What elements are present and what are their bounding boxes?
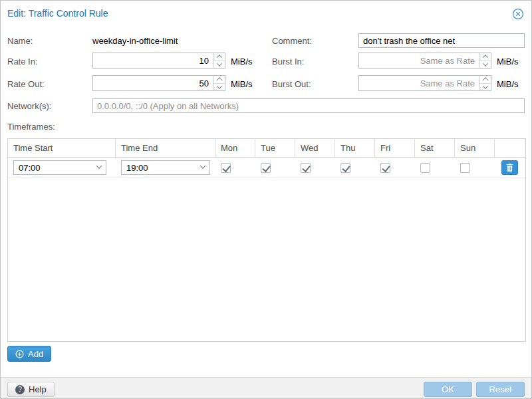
rate-in-unit: MiB/s xyxy=(231,57,253,66)
column-header-sun[interactable]: Sun xyxy=(455,139,495,157)
table-row: 07:00 19:00 xyxy=(8,158,525,178)
time-end-select[interactable]: 19:00 xyxy=(121,160,210,175)
reset-button-label: Reset xyxy=(489,384,512,394)
chevron-down-icon xyxy=(96,163,102,168)
wed-checkbox[interactable] xyxy=(301,163,311,173)
dialog-titlebar: Edit: Traffic Control Rule xyxy=(1,1,531,26)
thu-checkbox[interactable] xyxy=(340,163,350,173)
sat-cell xyxy=(415,158,455,178)
plus-circle-icon xyxy=(15,350,24,358)
comment-label: Comment: xyxy=(272,36,312,46)
close-icon[interactable] xyxy=(512,8,524,20)
actions-cell xyxy=(495,158,525,178)
rate-out-unit: MiB/s xyxy=(231,79,253,89)
rate-out-spinner xyxy=(213,76,225,90)
add-button-label: Add xyxy=(28,349,43,359)
trash-icon xyxy=(506,164,513,172)
table-header-row: Time Start Time End Mon Tue Wed Thu Fri … xyxy=(8,139,525,158)
burst-out-unit: MiB/s xyxy=(497,79,519,89)
help-button[interactable]: ? Help xyxy=(7,382,55,397)
column-header-wed[interactable]: Wed xyxy=(295,139,335,157)
thu-cell xyxy=(335,158,375,178)
burst-in-label: Burst In: xyxy=(272,57,304,66)
reset-button[interactable]: Reset xyxy=(476,382,525,397)
time-start-value: 07:00 xyxy=(19,163,41,173)
ok-button-label: OK xyxy=(442,384,454,394)
burst-out-placeholder: Same as Rate xyxy=(359,76,479,90)
ok-button[interactable]: OK xyxy=(424,382,472,397)
column-header-time-start[interactable]: Time Start xyxy=(8,139,116,157)
rate-out-input[interactable]: 50 xyxy=(92,75,225,91)
burst-in-spinner xyxy=(479,53,491,68)
tue-cell xyxy=(255,158,295,178)
dialog-title: Edit: Traffic Control Rule xyxy=(7,8,108,19)
column-header-actions xyxy=(495,139,525,157)
column-header-time-end[interactable]: Time End xyxy=(116,139,215,157)
edit-traffic-control-rule-dialog: Edit: Traffic Control Rule Name: weekday… xyxy=(0,0,532,399)
help-button-label: Help xyxy=(29,384,47,394)
delete-row-button[interactable] xyxy=(501,160,518,175)
question-mark-icon: ? xyxy=(15,385,25,394)
burst-out-label: Burst Out: xyxy=(272,79,311,89)
spin-up-icon[interactable] xyxy=(479,53,491,61)
burst-in-input[interactable]: Same as Rate xyxy=(358,53,491,68)
sat-checkbox[interactable] xyxy=(420,163,430,173)
column-header-thu[interactable]: Thu xyxy=(335,139,375,157)
tue-checkbox[interactable] xyxy=(261,163,271,173)
dialog-footer: ? Help OK Reset xyxy=(1,377,531,399)
burst-in-placeholder: Same as Rate xyxy=(359,53,479,68)
name-label: Name: xyxy=(7,36,33,46)
chevron-down-icon xyxy=(200,163,205,168)
burst-in-unit: MiB/s xyxy=(497,57,519,66)
spin-down-icon[interactable] xyxy=(213,84,225,91)
mon-checkbox[interactable] xyxy=(221,163,231,173)
sun-cell xyxy=(455,158,495,178)
networks-placeholder: 0.0.0.0/0, ::/0 (Apply on all Networks) xyxy=(97,101,239,111)
wed-cell xyxy=(295,158,335,178)
fri-cell xyxy=(375,158,415,178)
rate-in-input[interactable]: 10 xyxy=(92,53,225,68)
timeframes-table: Time Start Time End Mon Tue Wed Thu Fri … xyxy=(7,138,526,342)
spin-up-icon[interactable] xyxy=(213,53,225,61)
comment-input-value: don't trash the office net xyxy=(363,36,455,46)
rate-in-value: 10 xyxy=(93,53,213,68)
spin-down-icon[interactable] xyxy=(479,84,491,91)
networks-label: Network(s): xyxy=(7,101,51,111)
rate-out-label: Rate Out: xyxy=(7,79,45,89)
spin-down-icon[interactable] xyxy=(479,61,491,68)
time-end-cell: 19:00 xyxy=(116,158,215,178)
column-header-fri[interactable]: Fri xyxy=(375,139,415,157)
spin-up-icon[interactable] xyxy=(479,76,491,84)
add-button[interactable]: Add xyxy=(7,346,51,362)
time-start-cell: 07:00 xyxy=(8,158,116,178)
time-start-select[interactable]: 07:00 xyxy=(13,160,106,175)
sun-checkbox[interactable] xyxy=(460,163,470,173)
spin-up-icon[interactable] xyxy=(213,76,225,84)
column-header-sat[interactable]: Sat xyxy=(415,139,455,157)
burst-out-input[interactable]: Same as Rate xyxy=(358,75,491,91)
column-header-tue[interactable]: Tue xyxy=(255,139,295,157)
rate-in-label: Rate In: xyxy=(7,57,38,66)
timeframes-label: Timeframes: xyxy=(7,122,55,132)
fri-checkbox[interactable] xyxy=(380,163,390,173)
rate-in-spinner xyxy=(213,53,225,68)
mon-cell xyxy=(215,158,255,178)
time-end-value: 19:00 xyxy=(126,163,148,173)
rate-out-value: 50 xyxy=(93,76,213,90)
burst-out-spinner xyxy=(479,76,491,90)
spin-down-icon[interactable] xyxy=(213,61,225,68)
name-value: weekday-in-office-limit xyxy=(92,36,178,46)
column-header-mon[interactable]: Mon xyxy=(215,139,255,157)
comment-input[interactable]: don't trash the office net xyxy=(358,33,525,48)
networks-input[interactable]: 0.0.0.0/0, ::/0 (Apply on all Networks) xyxy=(92,98,525,113)
